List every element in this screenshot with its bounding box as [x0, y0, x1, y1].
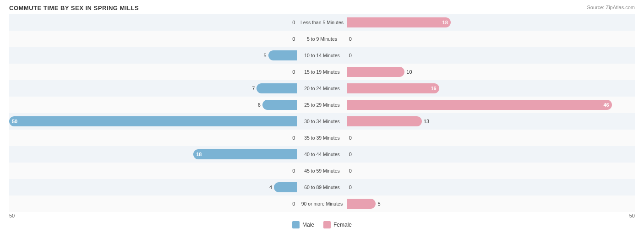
left-bar-area: 5 — [9, 47, 297, 64]
chart-title: COMMUTE TIME BY SEX IN SPRING MILLS — [9, 5, 635, 11]
female-value-zero: 0 — [349, 185, 352, 190]
male-bar: 4 — [274, 182, 297, 192]
male-value-zero: 0 — [292, 201, 295, 206]
left-bar-area: 0 — [9, 31, 297, 47]
male-value-outside: 7 — [252, 86, 255, 91]
table-row: 6 25 to 29 Minutes 46 — [9, 97, 635, 113]
table-row: 0 15 to 19 Minutes 10 — [9, 64, 635, 80]
right-bar-area: 46 — [347, 97, 635, 113]
right-bar-area: 0 — [347, 130, 635, 146]
chart-container: COMMUTE TIME BY SEX IN SPRING MILLS Sour… — [0, 0, 644, 239]
left-bar-area: 0 — [9, 14, 297, 31]
female-value-zero: 0 — [349, 36, 352, 42]
left-bar-area: 50 — [9, 113, 297, 130]
male-bar: 6 — [262, 100, 297, 110]
source-label: Source: ZipAtlas.com — [587, 5, 635, 10]
rows-container: 0 Less than 5 Minutes 18 0 5 to 9 Minute… — [9, 14, 635, 212]
female-value-outside: 13 — [424, 119, 429, 124]
male-value-zero: 0 — [292, 69, 295, 75]
female-value-zero: 0 — [349, 168, 352, 174]
male-bar: 18 — [193, 149, 297, 159]
axis-right: 50 — [629, 213, 635, 218]
legend-female: Female — [323, 221, 352, 228]
male-value-inside: 50 — [12, 119, 17, 124]
table-row: 7 20 to 24 Minutes 16 — [9, 80, 635, 97]
right-bar-area: 0 — [347, 146, 635, 163]
table-row: 0 35 to 39 Minutes 0 — [9, 130, 635, 146]
table-row: 18 40 to 44 Minutes 0 — [9, 146, 635, 163]
male-value-zero: 0 — [292, 36, 295, 42]
row-label: 35 to 39 Minutes — [297, 135, 347, 141]
left-bar-area: 0 — [9, 163, 297, 179]
left-bar-area: 18 — [9, 146, 297, 163]
row-label: 10 to 14 Minutes — [297, 53, 347, 58]
table-row: 5 10 to 14 Minutes 0 — [9, 47, 635, 64]
right-bar-area: 13 — [347, 113, 635, 130]
right-bar-area: 0 — [347, 163, 635, 179]
male-bar: 5 — [268, 50, 297, 60]
female-bar: 5 — [347, 199, 376, 209]
female-value-zero: 0 — [349, 53, 352, 58]
right-bar-area: 16 — [347, 80, 635, 97]
left-bar-area: 0 — [9, 196, 297, 212]
row-label: 40 to 44 Minutes — [297, 152, 347, 157]
female-bar: 10 — [347, 67, 405, 77]
female-value-zero: 0 — [349, 152, 352, 157]
row-label: 45 to 59 Minutes — [297, 168, 347, 174]
legend-male: Male — [292, 221, 314, 228]
female-value-inside: 16 — [431, 86, 436, 91]
right-bar-area: 0 — [347, 47, 635, 64]
male-value-inside: 18 — [196, 152, 202, 157]
female-value-zero: 0 — [349, 135, 352, 141]
legend-female-label: Female — [333, 222, 352, 228]
legend-male-label: Male — [302, 222, 314, 228]
male-value-outside: 4 — [269, 185, 272, 190]
female-bar: 16 — [347, 83, 439, 93]
table-row: 0 Less than 5 Minutes 18 — [9, 14, 635, 31]
right-bar-area: 0 — [347, 31, 635, 47]
row-label: 30 to 34 Minutes — [297, 119, 347, 124]
male-value-zero: 0 — [292, 168, 295, 174]
table-row: 0 90 or more Minutes 5 — [9, 196, 635, 212]
row-label: 20 to 24 Minutes — [297, 86, 347, 91]
axis-left: 50 — [9, 213, 15, 218]
left-bar-area: 4 — [9, 179, 297, 196]
male-bar: 7 — [257, 83, 297, 93]
left-bar-area: 0 — [9, 130, 297, 146]
row-label: 60 to 89 Minutes — [297, 185, 347, 190]
left-bar-area: 0 — [9, 64, 297, 80]
row-label: 90 or more Minutes — [297, 201, 347, 206]
table-row: 0 5 to 9 Minutes 0 — [9, 31, 635, 47]
right-bar-area: 5 — [347, 196, 635, 212]
male-bar: 50 — [9, 116, 297, 126]
female-bar: 18 — [347, 17, 451, 27]
male-value-outside: 5 — [263, 53, 266, 58]
row-label: 15 to 19 Minutes — [297, 69, 347, 75]
right-bar-area: 18 — [347, 14, 635, 31]
female-value-inside: 46 — [603, 102, 609, 108]
female-bar: 13 — [347, 116, 422, 126]
right-bar-area: 10 — [347, 64, 635, 80]
male-value-zero: 0 — [292, 20, 295, 25]
legend-female-box — [323, 221, 331, 228]
table-row: 4 60 to 89 Minutes 0 — [9, 179, 635, 196]
female-bar: 46 — [347, 100, 612, 110]
table-row: 50 30 to 34 Minutes 13 — [9, 113, 635, 130]
row-label: Less than 5 Minutes — [297, 20, 347, 25]
left-bar-area: 7 — [9, 80, 297, 97]
right-bar-area: 0 — [347, 179, 635, 196]
male-value-zero: 0 — [292, 135, 295, 141]
female-value-inside: 18 — [442, 20, 448, 25]
female-value-outside: 5 — [377, 201, 380, 206]
table-row: 0 45 to 59 Minutes 0 — [9, 163, 635, 179]
male-value-outside: 6 — [258, 102, 261, 108]
axis-labels: 50 50 — [9, 212, 635, 219]
legend-male-box — [292, 221, 300, 228]
row-label: 25 to 29 Minutes — [297, 102, 347, 108]
row-label: 5 to 9 Minutes — [297, 36, 347, 42]
left-bar-area: 6 — [9, 97, 297, 113]
legend: Male Female — [9, 221, 635, 228]
female-value-outside: 10 — [406, 69, 412, 75]
